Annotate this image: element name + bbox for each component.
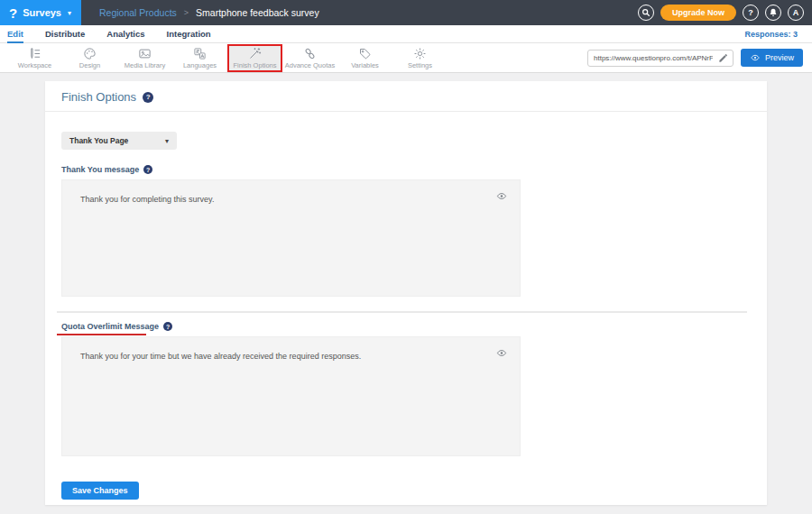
section-divider xyxy=(57,311,747,313)
breadcrumb-folder[interactable]: Regional Products xyxy=(99,7,177,18)
upgrade-now-button[interactable]: Upgrade Now xyxy=(660,5,736,21)
chevron-down-icon: ▾ xyxy=(68,9,71,17)
toolbar-item-label: Advance Quotas xyxy=(285,61,335,69)
thank-you-message-label: Thank You message xyxy=(61,165,139,174)
thank-you-preview-eye-button[interactable] xyxy=(495,188,508,205)
edit-url-button[interactable] xyxy=(715,50,733,66)
thank-you-message-box xyxy=(61,179,521,297)
tab-edit[interactable]: Edit xyxy=(7,25,23,43)
tab-integration[interactable]: Integration xyxy=(167,25,211,43)
page-background: Finish Options ? Thank You Page ▾ Thank … xyxy=(0,73,812,514)
quota-preview-eye-button[interactable] xyxy=(495,345,508,362)
bell-icon xyxy=(769,8,778,17)
quota-overlimit-label-row: Quota Overlimit Message ? xyxy=(61,322,751,331)
eye-icon xyxy=(495,191,508,201)
preview-button[interactable]: Preview xyxy=(741,49,803,67)
search-button[interactable] xyxy=(638,5,654,21)
gear-icon xyxy=(413,47,427,60)
breadcrumb: Regional Products > Smartphone feedback … xyxy=(81,7,319,18)
edit-toolbar: Workspace Design Media Library Languages… xyxy=(0,43,812,73)
account-button[interactable]: A xyxy=(788,5,804,21)
survey-url-box xyxy=(587,50,734,67)
breadcrumb-separator: > xyxy=(184,8,189,17)
toolbar-item-label: Settings xyxy=(408,61,432,69)
thank-you-message-input[interactable] xyxy=(62,180,520,296)
survey-title: Smartphone feedback survey xyxy=(196,7,319,18)
toolbar-item-label: Languages xyxy=(183,61,217,69)
panel-body: Thank You Page ▾ Thank You message ? Quo… xyxy=(45,132,767,500)
finish-options-help-icon[interactable]: ? xyxy=(143,92,153,103)
question-mark-icon: ? xyxy=(748,8,753,17)
finish-options-panel: Finish Options ? Thank You Page ▾ Thank … xyxy=(45,81,767,505)
thank-you-message-label-row: Thank You message ? xyxy=(61,165,751,174)
tab-distribute[interactable]: Distribute xyxy=(45,25,85,43)
finish-type-dropdown-value: Thank You Page xyxy=(69,136,128,145)
survey-nav-tabs: Edit Distribute Analytics Integration Re… xyxy=(0,25,812,43)
pencil-icon xyxy=(718,53,728,63)
magic-wand-icon xyxy=(248,47,262,60)
toolbar-right-actions: Preview xyxy=(587,49,812,67)
quota-overlimit-message-box xyxy=(61,336,521,456)
eye-icon xyxy=(495,348,508,358)
top-bar: ? Surveys ▾ Regional Products > Smartpho… xyxy=(0,0,812,25)
questionpro-logo-icon: ? xyxy=(9,6,17,20)
chevron-down-icon: ▾ xyxy=(165,137,169,145)
finish-type-dropdown[interactable]: Thank You Page ▾ xyxy=(61,132,177,150)
product-name: Surveys xyxy=(23,7,61,18)
quota-overlimit-label: Quota Overlimit Message xyxy=(61,322,159,331)
panel-header: Finish Options ? xyxy=(45,81,767,112)
thank-you-message-help-icon[interactable]: ? xyxy=(143,165,152,174)
quota-overlimit-message-input[interactable] xyxy=(62,337,520,455)
preview-button-label: Preview xyxy=(765,53,794,62)
image-icon xyxy=(138,47,152,60)
chain-links-icon xyxy=(303,47,317,60)
toolbar-item-workspace[interactable]: Workspace xyxy=(7,44,62,72)
toolbar-item-label: Finish Options xyxy=(234,61,277,69)
eye-icon xyxy=(750,53,761,62)
toolbar-item-variables[interactable]: Variables xyxy=(337,44,392,72)
tab-analytics[interactable]: Analytics xyxy=(106,25,144,43)
help-button[interactable]: ? xyxy=(743,5,759,21)
toolbar-item-languages[interactable]: Languages xyxy=(172,44,227,72)
quota-label-red-underline-annotation xyxy=(57,334,146,335)
save-changes-button[interactable]: Save Changes xyxy=(61,482,139,500)
app-logo-surveys-menu[interactable]: ? Surveys ▾ xyxy=(0,0,81,25)
quota-overlimit-help-icon[interactable]: ? xyxy=(163,322,172,331)
toolbar-item-label: Media Library xyxy=(125,61,165,69)
survey-url-input[interactable] xyxy=(588,54,715,62)
toolbar-item-settings[interactable]: Settings xyxy=(392,44,448,72)
toolbar-item-design[interactable]: Design xyxy=(62,44,117,72)
toolbar-item-finish-options[interactable]: Finish Options xyxy=(227,44,282,72)
toolbar-item-label: Variables xyxy=(351,61,379,69)
responses-count[interactable]: Responses: 3 xyxy=(744,30,798,39)
search-icon xyxy=(641,8,651,17)
avatar: A xyxy=(793,8,799,17)
toolbar-item-media-library[interactable]: Media Library xyxy=(117,44,172,72)
toolbar-item-label: Workspace xyxy=(18,61,51,69)
notifications-button[interactable] xyxy=(765,5,781,21)
translate-icon xyxy=(193,47,207,60)
topbar-actions: Upgrade Now ? A xyxy=(638,5,812,21)
toolbar-item-advance-quotas[interactable]: Advance Quotas xyxy=(282,44,337,72)
page-title: Finish Options xyxy=(61,90,136,104)
toolbar-item-label: Design xyxy=(79,61,100,69)
palette-icon xyxy=(83,47,97,60)
tag-icon xyxy=(358,47,372,60)
workspace-icon xyxy=(28,47,42,60)
